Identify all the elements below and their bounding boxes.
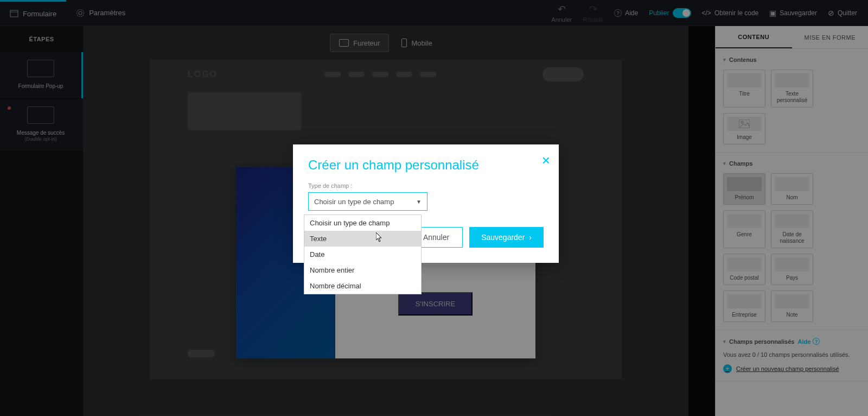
modal-title: Créer un champ personnalisé <box>308 157 544 173</box>
dropdown-option-entier[interactable]: Nombre entier <box>304 262 421 278</box>
dropdown-option-default[interactable]: Choisir un type de champ <box>304 215 421 231</box>
field-type-label: Type de champ : <box>308 182 544 189</box>
modal-close-button[interactable]: × <box>542 152 550 169</box>
dropdown-option-date[interactable]: Date <box>304 247 421 262</box>
field-type-value: Choisir un type de champ <box>314 198 394 206</box>
field-type-dropdown: Choisir un type de champ Texte Date Nomb… <box>304 215 422 294</box>
field-type-select[interactable]: Choisir un type de champ ▼ <box>308 192 427 211</box>
modal-save-button[interactable]: Sauvegarder › <box>469 227 544 248</box>
chevron-right-icon: › <box>529 233 532 242</box>
dropdown-option-texte[interactable]: Texte <box>304 231 421 247</box>
dropdown-option-decimal[interactable]: Nombre décimal <box>304 278 421 294</box>
chevron-down-icon: ▼ <box>416 199 422 205</box>
